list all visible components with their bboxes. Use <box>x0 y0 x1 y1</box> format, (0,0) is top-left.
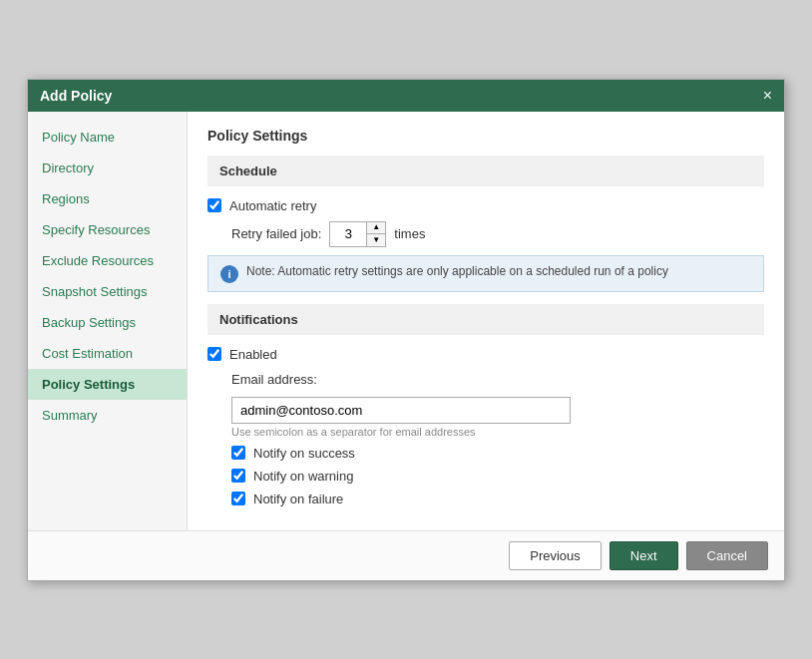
notify-failure-label: Notify on failure <box>253 492 343 506</box>
sidebar-item-regions[interactable]: Regions <box>28 183 187 214</box>
automatic-retry-row: Automatic retry <box>207 198 764 213</box>
dialog-body: Policy Name Directory Regions Specify Re… <box>28 112 784 530</box>
info-icon: i <box>220 265 238 283</box>
email-input[interactable] <box>231 397 571 424</box>
notify-failure-checkbox[interactable] <box>231 492 245 505</box>
previous-button[interactable]: Previous <box>509 541 602 570</box>
schedule-group-header: Schedule <box>207 156 764 186</box>
automatic-retry-checkbox[interactable] <box>207 198 221 212</box>
sidebar-item-directory[interactable]: Directory <box>28 153 187 183</box>
main-content: Policy Settings Schedule Automatic retry… <box>188 112 784 530</box>
info-box: i Note: Automatic retry settings are onl… <box>207 255 764 292</box>
sidebar-item-exclude-resources[interactable]: Exclude Resources <box>28 245 187 276</box>
automatic-retry-label: Automatic retry <box>229 198 316 213</box>
sidebar-item-snapshot-settings[interactable]: Snapshot Settings <box>28 276 187 307</box>
sidebar: Policy Name Directory Regions Specify Re… <box>28 112 188 530</box>
notify-success-label: Notify on success <box>253 446 355 461</box>
email-hint: Use semicolon as a separator for email a… <box>231 426 764 438</box>
retry-row: Retry failed job: ▲ ▼ times <box>231 221 764 247</box>
sidebar-item-backup-settings[interactable]: Backup Settings <box>28 307 187 338</box>
spinner-up-button[interactable]: ▲ <box>367 222 385 234</box>
email-address-label: Email address: <box>231 372 317 387</box>
sidebar-item-specify-resources[interactable]: Specify Resources <box>28 214 187 245</box>
section-title: Policy Settings <box>207 128 764 144</box>
spinner-down-button[interactable]: ▼ <box>367 234 385 246</box>
notify-failure-row: Notify on failure <box>231 492 764 506</box>
notify-success-row: Notify on success <box>231 446 764 461</box>
notify-warning-label: Notify on warning <box>253 469 353 484</box>
close-button[interactable]: × <box>763 88 772 104</box>
email-row: Email address: <box>231 372 764 387</box>
notify-warning-checkbox[interactable] <box>231 469 245 483</box>
cancel-button[interactable]: Cancel <box>686 541 768 570</box>
spinner-buttons: ▲ ▼ <box>366 222 385 246</box>
retry-value-input[interactable] <box>330 224 366 243</box>
notifications-group-header: Notifications <box>207 304 764 335</box>
dialog-title: Add Policy <box>40 88 112 104</box>
sidebar-item-policy-settings[interactable]: Policy Settings <box>28 369 187 400</box>
info-text: Note: Automatic retry settings are only … <box>246 264 668 278</box>
sidebar-item-cost-estimation[interactable]: Cost Estimation <box>28 338 187 369</box>
notifications-sub-section: Email address: Use semicolon as a separa… <box>231 372 764 506</box>
dialog-footer: Previous Next Cancel <box>28 530 784 580</box>
add-policy-dialog: Add Policy × Policy Name Directory Regio… <box>27 79 785 581</box>
retry-spinner: ▲ ▼ <box>329 221 386 247</box>
retry-failed-job-label: Retry failed job: <box>231 226 321 241</box>
enabled-checkbox[interactable] <box>207 347 221 361</box>
dialog-titlebar: Add Policy × <box>28 80 784 112</box>
enabled-label: Enabled <box>229 347 277 362</box>
enabled-row: Enabled <box>207 347 764 362</box>
notify-warning-row: Notify on warning <box>231 469 764 484</box>
notify-success-checkbox[interactable] <box>231 446 245 460</box>
sidebar-item-policy-name[interactable]: Policy Name <box>28 122 187 153</box>
next-button[interactable]: Next <box>609 541 678 570</box>
retry-times-label: times <box>394 226 425 241</box>
sidebar-item-summary[interactable]: Summary <box>28 400 187 431</box>
